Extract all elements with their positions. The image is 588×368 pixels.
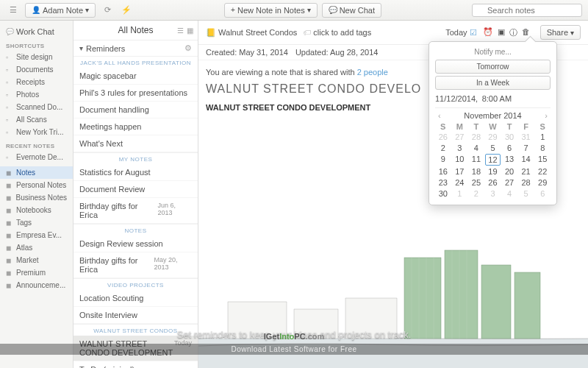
- note-list-item[interactable]: Design Review session: [74, 236, 198, 252]
- calendar-day[interactable]: 12: [485, 154, 501, 166]
- calendar-day[interactable]: 19: [485, 166, 501, 177]
- calendar-day[interactable]: 17: [452, 166, 468, 177]
- list-view-icon[interactable]: ☰: [177, 26, 184, 35]
- present-icon[interactable]: ▣: [498, 27, 505, 38]
- sidebar-item[interactable]: ◼Tags: [0, 216, 73, 229]
- calendar-day[interactable]: 2: [468, 188, 484, 199]
- calendar-day[interactable]: 27: [452, 132, 468, 142]
- calendar-day[interactable]: 7: [518, 143, 534, 153]
- user-dropdown[interactable]: 👤 Adam Note ▾: [25, 3, 96, 18]
- reminders-toggle[interactable]: ▾ Reminders⚙: [74, 40, 198, 56]
- note-list-item[interactable]: Document Review: [74, 181, 198, 198]
- gear-icon[interactable]: ⚙: [184, 43, 192, 53]
- note-list-item[interactable]: What's Next: [74, 135, 198, 152]
- sidebar-item[interactable]: ◼Notes: [0, 166, 73, 179]
- shortcut-item[interactable]: ▫Site design: [0, 51, 73, 63]
- note-list-item[interactable]: Onsite Interview: [74, 307, 198, 324]
- tomorrow-button[interactable]: Tomorrow: [435, 60, 551, 74]
- calendar-day[interactable]: 10: [452, 154, 468, 166]
- sidebar-item[interactable]: ◼Market: [0, 254, 73, 266]
- sidebar-toggle-icon[interactable]: ☰: [6, 4, 21, 17]
- sync-icon[interactable]: ⟳: [100, 4, 115, 17]
- grid-view-icon[interactable]: ▦: [187, 26, 193, 35]
- notebook-breadcrumb[interactable]: 📒 Walnut Street Condos: [206, 28, 297, 38]
- reminder-today[interactable]: Today ☑: [445, 28, 476, 38]
- sidebar-item[interactable]: ◼Premium: [0, 266, 73, 279]
- calendar-day[interactable]: 29: [534, 177, 551, 188]
- search-input[interactable]: [472, 4, 582, 17]
- note-list-item[interactable]: Statistics for August: [74, 164, 198, 181]
- calendar-day[interactable]: 27: [501, 177, 517, 188]
- calendar-day[interactable]: 9: [435, 154, 451, 166]
- calendar-day[interactable]: 30: [435, 188, 451, 199]
- new-note-button[interactable]: + New Note in Notes ▾: [224, 3, 318, 18]
- calendar-day[interactable]: 18: [468, 166, 484, 177]
- note-list-item[interactable]: Birthday gifts for EricaJun 6, 2013: [74, 198, 198, 224]
- calendar-day[interactable]: 24: [452, 177, 468, 188]
- shortcut-item[interactable]: ▫Receipts: [0, 76, 73, 88]
- shortcut-item[interactable]: ▫New York Tri...: [0, 126, 73, 138]
- calendar-day[interactable]: 30: [501, 132, 517, 142]
- calendar-day[interactable]: 29: [485, 132, 501, 142]
- calendar-day[interactable]: 20: [501, 166, 517, 177]
- share-button[interactable]: Share ▾: [540, 25, 581, 40]
- in-a-week-button[interactable]: In a Week: [435, 76, 551, 90]
- note-list-item[interactable]: Document handling: [74, 102, 198, 118]
- shortcut-item[interactable]: ▫Photos: [0, 88, 73, 101]
- note-list-item[interactable]: Birthday gifts for EricaMay 20, 2013: [74, 252, 198, 278]
- calendar-day[interactable]: 6: [534, 188, 551, 199]
- calendar-day[interactable]: 26: [485, 177, 501, 188]
- calendar-day[interactable]: 11: [468, 154, 484, 166]
- tags-field[interactable]: 🏷 click to add tags: [303, 28, 371, 37]
- calendar-day[interactable]: 4: [501, 188, 517, 199]
- calendar-day[interactable]: 28: [518, 177, 534, 188]
- calendar-day[interactable]: 1: [452, 188, 468, 199]
- sidebar-item[interactable]: ◼Business Notes: [0, 191, 73, 204]
- calendar-day[interactable]: 6: [501, 143, 517, 153]
- calendar-day[interactable]: 8: [534, 143, 551, 153]
- sidebar-item[interactable]: ◼Personal Notes: [0, 179, 73, 191]
- calendar-day[interactable]: 5: [518, 188, 534, 199]
- calendar-day[interactable]: 2: [435, 143, 451, 153]
- note-list-item[interactable]: Magic spacebar: [74, 68, 198, 85]
- info-icon[interactable]: ⓘ: [509, 27, 517, 38]
- new-chat-button[interactable]: 💬 New Chat: [322, 3, 381, 18]
- sidebar-item[interactable]: ◼Empresa Ev...: [0, 229, 73, 241]
- calendar-day[interactable]: 22: [534, 166, 551, 177]
- calendar-day[interactable]: 28: [468, 132, 484, 142]
- sidebar-workchat[interactable]: 💬Work Chat: [0, 25, 73, 38]
- activity-icon[interactable]: ⚡: [119, 4, 134, 17]
- sidebar-item[interactable]: ◼Notebooks: [0, 204, 73, 216]
- calendar-day[interactable]: 13: [501, 154, 517, 166]
- calendar-day[interactable]: 26: [435, 132, 451, 142]
- calendar-day[interactable]: 1: [534, 132, 551, 142]
- reminder-time[interactable]: 8:00 AM: [482, 94, 512, 103]
- shortcut-item[interactable]: ▫All Scans: [0, 113, 73, 126]
- next-month-icon[interactable]: ›: [542, 111, 551, 120]
- share-people-link[interactable]: 2 people: [357, 68, 388, 77]
- calendar-day[interactable]: 16: [435, 166, 451, 177]
- calendar-day[interactable]: 3: [485, 188, 501, 199]
- shortcut-item[interactable]: ▫Documents: [0, 63, 73, 76]
- reminder-date[interactable]: 11/12/2014,: [435, 94, 478, 103]
- note-list-item[interactable]: Location Scouting: [74, 290, 198, 307]
- prev-month-icon[interactable]: ‹: [435, 111, 444, 120]
- calendar-day[interactable]: 5: [485, 143, 501, 153]
- note-list-item[interactable]: Meetings happen: [74, 118, 198, 135]
- calendar-day[interactable]: 23: [435, 177, 451, 188]
- calendar-day[interactable]: 25: [468, 177, 484, 188]
- sidebar-item[interactable]: ◼Atlas: [0, 241, 73, 254]
- calendar-day[interactable]: 4: [468, 143, 484, 153]
- calendar-day[interactable]: 31: [518, 132, 534, 142]
- recent-item[interactable]: ▫Evernote De...: [0, 151, 73, 163]
- calendar-month: November 2014: [464, 111, 521, 120]
- calendar-day[interactable]: 15: [534, 154, 551, 166]
- note-list-item[interactable]: Phil's 3 rules for presentations: [74, 85, 198, 102]
- reminder-icon[interactable]: ⏰: [483, 27, 493, 38]
- calendar-day[interactable]: 3: [452, 143, 468, 153]
- shortcut-item[interactable]: ▫Scanned Do...: [0, 101, 73, 113]
- calendar-day[interactable]: 14: [518, 154, 534, 166]
- calendar-day[interactable]: 21: [518, 166, 534, 177]
- note-list-item[interactable]: To-Do (original): [74, 361, 198, 368]
- sidebar-item[interactable]: ◼Announceme...: [0, 279, 73, 291]
